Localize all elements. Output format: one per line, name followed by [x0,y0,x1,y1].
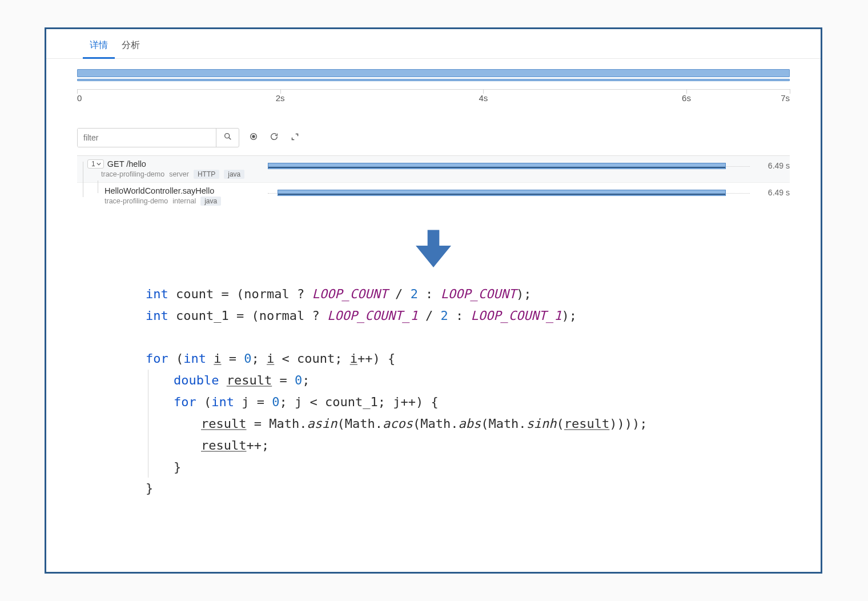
timeline-overview: 0 2s 4s 6s 7s [46,59,821,109]
span-service: trace-profiling-demo [101,170,164,178]
timeline-range-bar[interactable] [77,69,790,77]
timeline-axis: 0 2s 4s 6s 7s [77,89,790,109]
span-name: GET /hello [107,159,146,169]
app-frame: 详情 分析 0 2s 4s 6s 7s [45,27,822,574]
span-service: trace-profiling-demo [105,197,168,205]
span-bar[interactable] [268,163,726,169]
span-row[interactable]: 1 GET /hello trace-profiling-demo server… [77,155,790,182]
span-duration: 6.49 s [750,159,790,170]
code-line: for (int i = 0; i < count; i++) { [146,348,721,370]
span-duration: 6.49 s [750,186,790,197]
focus-button[interactable] [247,131,260,144]
span-tree-cell: HelloWorldController.sayHello trace-prof… [77,186,268,206]
count-value: 1 [91,160,95,168]
svg-point-3 [252,135,255,138]
span-tag: java [200,197,221,206]
toolbar [46,109,821,155]
filter-wrap [77,128,239,147]
tab-analysis[interactable]: 分析 [115,35,147,58]
flow-arrow [46,225,821,277]
tick-7s: 7s [781,93,790,103]
span-tag: java [224,170,244,179]
code-line: } [148,456,721,478]
tab-bar: 详情 分析 [46,35,821,59]
code-line: result++; [148,435,721,456]
tab-details[interactable]: 详情 [83,35,115,59]
span-tree-cell: 1 GET /hello trace-profiling-demo server… [77,159,268,179]
span-list: 1 GET /hello trace-profiling-demo server… [46,155,821,209]
span-bar[interactable] [278,190,726,196]
span-kind: internal [172,197,196,205]
code-line: for (int j = 0; j < count_1; j++) { [148,391,721,413]
tick-6s: 6s [682,93,691,103]
search-icon [223,132,232,143]
svg-point-0 [224,134,229,138]
filter-search-button[interactable] [216,129,239,147]
tick-0: 0 [77,93,82,103]
span-bar-cell [268,186,750,196]
filter-input[interactable] [78,129,216,147]
arrow-down-icon [409,225,458,277]
target-icon [249,132,258,143]
tick-2s: 2s [276,93,285,103]
span-tag: HTTP [194,170,219,179]
code-block: int count = (normal ? LOOP_COUNT / 2 : L… [146,283,721,499]
refresh-icon [270,132,279,143]
child-count-toggle[interactable]: 1 [87,159,104,169]
code-line: } [146,478,721,499]
timeline-range-bar-thin[interactable] [77,79,790,81]
code-line: result = Math.asin(Math.acos(Math.abs(Ma… [148,413,721,435]
span-kind: server [169,170,189,178]
code-line [146,327,721,348]
code-line: int count = (normal ? LOOP_COUNT / 2 : L… [146,283,721,305]
expand-icon [291,133,299,143]
refresh-button[interactable] [268,131,280,144]
span-name: HelloWorldController.sayHello [105,186,214,195]
code-line: double result = 0; [148,370,721,391]
code-line: int count_1 = (normal ? LOOP_COUNT_1 / 2… [146,305,721,327]
span-bar-cell [268,159,750,169]
tick-4s: 4s [479,93,488,103]
span-row[interactable]: HelloWorldController.sayHello trace-prof… [77,182,790,209]
expand-button[interactable] [288,131,301,144]
svg-line-1 [228,138,231,140]
